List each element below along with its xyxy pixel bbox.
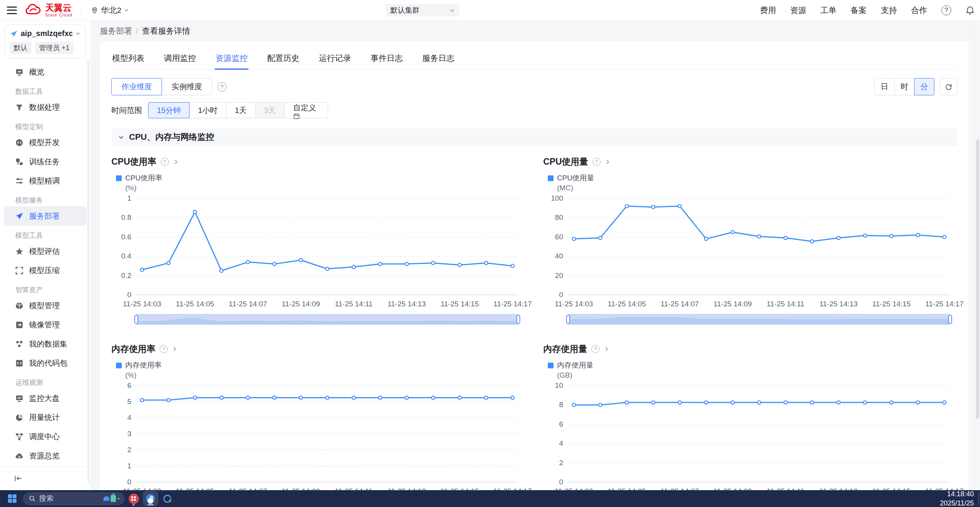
page-scrollbar-thumb[interactable] <box>976 139 979 419</box>
svg-text:11-25 14:13: 11-25 14:13 <box>819 487 858 490</box>
hat-icon <box>103 496 109 501</box>
time-range-button[interactable]: 自定义 <box>284 102 328 118</box>
chart-plot[interactable]: 012345611-25 14:0311-25 14:0511-25 14:07… <box>111 381 526 490</box>
datazoom-handle-right[interactable] <box>516 315 520 324</box>
page-scrollbar[interactable] <box>975 21 980 490</box>
topbar-nav-item[interactable]: 资源 <box>790 5 806 16</box>
chart-plot[interactable]: 024681011-25 14:0311-25 14:0511-25 14:07… <box>543 381 957 490</box>
help-icon[interactable]: ? <box>941 5 951 15</box>
notification-bell-icon[interactable] <box>965 6 975 15</box>
sidebar-item-code[interactable]: 模型开发 <box>0 133 90 152</box>
sidebar-item-cloud[interactable]: 资源总览 <box>0 446 90 465</box>
sidebar-item-schedule[interactable]: 调度中心 <box>0 427 90 446</box>
chart-legend[interactable]: 内存使用量 <box>548 361 957 370</box>
chart-help-icon[interactable]: ? <box>160 345 168 353</box>
taskbar-clock[interactable]: 14:18:40 2025/11/25 <box>940 489 980 507</box>
hamburger-menu-icon[interactable] <box>7 7 17 14</box>
dimension-help-icon[interactable]: ? <box>217 82 227 92</box>
chart-help-icon[interactable]: ? <box>161 158 169 166</box>
sidebar-item-rocket[interactable]: 服务部署 <box>4 206 87 226</box>
chevron-down-icon[interactable] <box>75 31 80 36</box>
brand-logo[interactable]: 天翼云 State Cloud <box>24 3 72 17</box>
dataset-icon <box>15 340 23 348</box>
chart-legend[interactable]: 内存使用率 <box>116 361 526 370</box>
chart-plot[interactable]: 02040608010011-25 14:0311-25 14:0511-25 … <box>543 194 957 309</box>
workspace-card[interactable]: aip_smlzqefxcd... 默认管理员 +1 <box>5 25 86 59</box>
chart-datazoom[interactable] <box>136 314 519 325</box>
taskbar-app-red[interactable] <box>126 491 141 506</box>
tab[interactable]: 运行记录 <box>318 48 352 69</box>
tab[interactable]: 资源监控 <box>215 48 248 69</box>
snowflake-icon: ✦ <box>117 497 120 501</box>
chart-expand-icon[interactable] <box>173 159 179 165</box>
topbar-nav-item[interactable]: 合作 <box>911 5 927 16</box>
section-header[interactable]: CPU、内存与网络监控 <box>111 128 957 146</box>
breadcrumb-parent[interactable]: 服务部署 <box>100 26 132 36</box>
refresh-button[interactable] <box>940 78 957 95</box>
time-range-button[interactable]: 15分钟 <box>148 102 189 118</box>
time-range-button[interactable]: 1小时 <box>189 102 226 118</box>
granularity-button[interactable]: 分 <box>914 78 934 95</box>
taskbar-app-ring[interactable] <box>160 491 175 506</box>
sidebar-item-package[interactable]: 我的代码包 <box>0 353 90 373</box>
chart-help-icon[interactable]: ? <box>593 158 601 166</box>
datazoom-handle-right[interactable] <box>948 315 952 324</box>
sidebar-item-label: 资源总览 <box>29 451 60 461</box>
sidebar-item-overview[interactable]: 概览 <box>0 62 90 82</box>
tab[interactable]: 配置历史 <box>266 48 300 69</box>
sidebar-item-filter[interactable]: 数据处理 <box>0 98 90 117</box>
time-range-button[interactable]: 3天 <box>255 102 285 118</box>
sidebar-item-dataset[interactable]: 我的数据集 <box>0 334 90 353</box>
sidebar-item-image[interactable]: 镜像管理 <box>0 315 90 334</box>
dimension-button[interactable]: 实例维度 <box>162 78 212 95</box>
granularity-button[interactable]: 日 <box>874 78 895 95</box>
svg-text:6: 6 <box>559 420 563 428</box>
topbar-nav-item[interactable]: 支持 <box>881 5 897 16</box>
sidebar-item-compress[interactable]: 模型压缩 <box>0 261 90 280</box>
tab[interactable]: 事件日志 <box>370 48 403 69</box>
sidebar-scrollbar[interactable] <box>87 59 89 482</box>
tab[interactable]: 服务日志 <box>421 48 455 69</box>
svg-text:11-25 14:15: 11-25 14:15 <box>872 300 911 308</box>
topbar-nav-item[interactable]: 费用 <box>760 5 776 16</box>
tab[interactable]: 调用监控 <box>163 48 197 69</box>
chart-expand-icon[interactable] <box>604 346 609 352</box>
chart-help-icon[interactable]: ? <box>591 345 599 353</box>
chart-3: 内存使用率?内存使用率(%)012345611-25 14:0311-25 14… <box>111 343 526 490</box>
svg-text:11-25 14:15: 11-25 14:15 <box>872 487 911 490</box>
granularity-button[interactable]: 时 <box>894 78 915 95</box>
show-desktop-strip[interactable] <box>978 492 980 505</box>
chart-expand-icon[interactable] <box>172 346 178 352</box>
cluster-select[interactable]: 默认集群 <box>386 4 459 16</box>
time-range-button[interactable]: 1天 <box>226 102 255 118</box>
chevron-down-icon <box>124 8 129 13</box>
collapse-sidebar-icon[interactable] <box>14 475 23 482</box>
dimension-toggle: 作业维度实例维度 <box>111 78 212 95</box>
chart-datazoom[interactable] <box>568 314 951 325</box>
datazoom-handle-left[interactable] <box>566 315 570 324</box>
rocket-icon <box>15 212 23 220</box>
sidebar-item-label: 模型精调 <box>29 176 60 186</box>
region-selector[interactable]: 华北2 <box>91 5 129 16</box>
search-placeholder: 搜索 <box>39 494 100 504</box>
taskbar-search[interactable]: 搜索 ✦ <box>23 492 124 505</box>
sidebar-item-tune[interactable]: 模型精调 <box>0 171 90 190</box>
start-button[interactable] <box>5 491 20 506</box>
chart-expand-icon[interactable] <box>605 159 611 165</box>
taskbar-app-active[interactable] <box>143 491 158 506</box>
sidebar-item-monitor[interactable]: 监控大盘 <box>0 389 90 408</box>
svg-text:0.6: 0.6 <box>121 233 131 241</box>
topbar-nav-item[interactable]: 工单 <box>820 5 836 16</box>
sidebar-item-train[interactable]: 训练任务 <box>0 152 90 171</box>
sidebar-item-star[interactable]: 模型评估 <box>0 242 90 261</box>
datazoom-handle-left[interactable] <box>134 315 138 324</box>
sidebar-item-pie[interactable]: 用量统计 <box>0 408 90 427</box>
topbar-nav-item[interactable]: 备案 <box>851 5 867 16</box>
chart-legend[interactable]: CPU使用量 <box>548 174 957 182</box>
tab[interactable]: 模型列表 <box>111 48 145 69</box>
sidebar-item-box[interactable]: 模型管理 <box>0 296 90 315</box>
chart-plot[interactable]: 00.20.40.60.8111-25 14:0311-25 14:0511-2… <box>111 194 526 309</box>
dimension-button[interactable]: 作业维度 <box>111 78 162 95</box>
svg-text:11-25 14:13: 11-25 14:13 <box>819 300 858 308</box>
chart-legend[interactable]: CPU使用率 <box>116 174 526 182</box>
